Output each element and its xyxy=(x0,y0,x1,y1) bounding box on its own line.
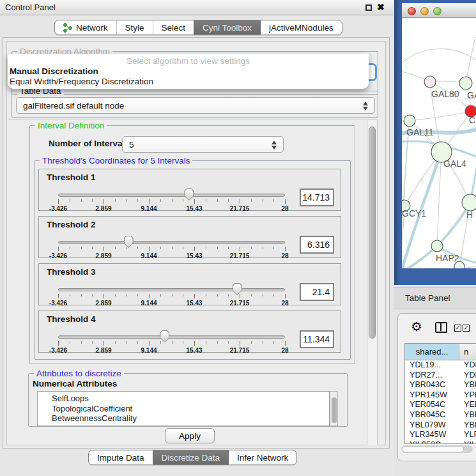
close-traffic-light-icon[interactable] xyxy=(408,7,416,15)
cell-shared-name[interactable]: YBR045C xyxy=(405,410,459,420)
slider-track[interactable] xyxy=(58,241,285,244)
close-icon[interactable]: ✖ xyxy=(377,2,385,12)
threshold-value-field[interactable]: 21.4 xyxy=(300,283,334,301)
num-intervals-combo[interactable]: 5 xyxy=(122,136,284,153)
tab-select[interactable]: Select xyxy=(153,20,194,35)
cell-name[interactable]: YPR1 xyxy=(459,390,476,401)
content-scrollbar-thumb[interactable] xyxy=(369,127,376,339)
network-window-titlebar[interactable] xyxy=(402,3,476,18)
table-horizontal-scrollbar[interactable] xyxy=(401,445,473,453)
network-node-h[interactable] xyxy=(462,194,476,211)
network-node-gal80[interactable] xyxy=(424,76,436,88)
numerical-attributes-header: Numerical Attributes xyxy=(33,379,117,388)
slider-track[interactable] xyxy=(58,194,285,197)
apply-button[interactable]: Apply xyxy=(165,428,215,443)
popup-option-manual-discretization[interactable]: Manual Discretization xyxy=(10,66,98,76)
slider-thumb[interactable] xyxy=(124,236,134,248)
threshold-value-field[interactable]: 14.713 xyxy=(300,188,334,206)
thresholds-group: Threshold's Coordinates for 5 Intervals … xyxy=(34,160,351,360)
table-row[interactable]: YDL19...YDL1 xyxy=(405,360,476,371)
gear-icon[interactable]: ⚙ xyxy=(411,319,422,334)
tab-jactivemnodules[interactable]: jActiveMNodules xyxy=(260,20,342,35)
cell-name[interactable]: YBL0 xyxy=(459,420,476,431)
attribute-item[interactable]: BetweennessCentrality xyxy=(38,413,329,424)
threshold-slider[interactable]: -3.4262.8599.14415.4321.71528 xyxy=(58,191,285,210)
slider-tick xyxy=(273,247,274,249)
cell-shared-name[interactable]: YPR145W xyxy=(405,390,459,401)
cell-shared-name[interactable]: YDR27... xyxy=(405,371,459,381)
attributes-scrollbar-thumb[interactable] xyxy=(332,397,337,423)
tab-impute-data[interactable]: Impute Data xyxy=(89,450,153,464)
slider-tick xyxy=(172,247,173,249)
table-row[interactable]: YPR145WYPR1 xyxy=(405,390,476,401)
tab-infer-network[interactable]: Infer Network xyxy=(228,450,296,464)
cell-name[interactable]: YER0 xyxy=(459,400,476,410)
tab-style[interactable]: Style xyxy=(116,20,153,35)
threshold-value-field[interactable]: 6.316 xyxy=(300,236,334,254)
slider-tick xyxy=(149,294,150,298)
slider-tick-label: 28 xyxy=(281,300,288,307)
tab-label: Style xyxy=(125,23,144,33)
slider-thumb[interactable] xyxy=(233,283,242,295)
threshold-slider[interactable]: -3.4262.8599.14415.4321.71528 xyxy=(58,238,285,257)
tab-network[interactable]: Network xyxy=(55,20,116,35)
cell-shared-name[interactable]: YBR043C xyxy=(405,380,459,390)
network-node-hap2[interactable] xyxy=(431,240,443,252)
attribute-item[interactable]: TopologicalCoefficient xyxy=(38,404,329,414)
network-node[interactable] xyxy=(454,261,464,268)
slider-tick xyxy=(58,294,59,298)
float-window-icon[interactable] xyxy=(365,4,372,11)
slider-thumb[interactable] xyxy=(160,330,169,342)
slider-track[interactable] xyxy=(58,335,285,339)
cell-name[interactable]: YIL0 xyxy=(459,440,476,444)
table-body[interactable]: YDL19...YDL1YDR27...YDR2YBR043CYBR0YPR14… xyxy=(405,360,476,444)
column-view-icon[interactable] xyxy=(435,322,447,333)
select-all-columns-icon[interactable]: ✓ xyxy=(463,325,470,332)
slider-tick-label: 21.715 xyxy=(230,252,250,259)
cell-name[interactable]: YDL1 xyxy=(459,360,476,371)
zoom-traffic-light-icon[interactable] xyxy=(433,7,441,15)
cell-shared-name[interactable]: YIL052C xyxy=(405,440,459,444)
cell-name[interactable]: YDR2 xyxy=(459,371,476,381)
attributes-scrollbar[interactable] xyxy=(330,391,338,426)
network-view-canvas[interactable]: GAL80GACGAL11GAL4GCY1HHAP2 xyxy=(402,18,476,268)
network-node-gal11[interactable] xyxy=(404,115,415,127)
attribute-item[interactable]: SelfLoops xyxy=(38,392,329,404)
table-horizontal-scrollbar-thumb[interactable] xyxy=(402,446,464,452)
table-row[interactable]: YBR045CYBR0 xyxy=(405,410,476,420)
slider-tick-label: 2.859 xyxy=(95,347,111,354)
slider-tick xyxy=(70,247,70,249)
threshold-slider[interactable]: -3.4262.8599.14415.4321.71528 xyxy=(58,333,285,352)
minimize-traffic-light-icon[interactable] xyxy=(420,7,429,15)
slider-thumb[interactable] xyxy=(184,188,194,201)
tab-cyni-toolbox[interactable]: Cyni Toolbox xyxy=(194,20,260,35)
network-node-ga[interactable] xyxy=(459,77,472,89)
column-header-shared-name[interactable]: shared... xyxy=(405,344,459,360)
table-row[interactable]: YDR27...YDR2 xyxy=(405,371,476,381)
cell-name[interactable]: YLR3 xyxy=(459,430,476,440)
cell-shared-name[interactable]: YER054C xyxy=(405,400,459,410)
cell-shared-name[interactable]: YBL079W xyxy=(405,420,459,431)
cell-name[interactable]: YBR0 xyxy=(459,410,476,420)
table-row[interactable]: YER054CYER0 xyxy=(405,400,476,410)
tab-discretize-data[interactable]: Discretize Data xyxy=(153,450,229,464)
cell-name[interactable]: YBR0 xyxy=(459,380,476,390)
content-scrollbar[interactable] xyxy=(367,120,378,445)
table-row[interactable]: YLR345WYLR3 xyxy=(405,430,476,440)
popup-option-equal-width[interactable]: Equal Width/Frequency Discretization xyxy=(10,77,153,86)
column-header-name[interactable]: n xyxy=(459,344,476,360)
node-attribute-table[interactable]: shared... n YDL19...YDL1YDR27...YDR2YBR0… xyxy=(404,343,476,444)
numerical-attributes-list[interactable]: SelfLoopsTopologicalCoefficientBetweenne… xyxy=(37,391,330,426)
threshold-slider[interactable]: -3.4262.8599.14415.4321.71528 xyxy=(58,286,285,305)
cell-shared-name[interactable]: YLR345W xyxy=(405,430,459,440)
table-row[interactable]: YBR043CYBR0 xyxy=(405,380,476,390)
table-row[interactable]: YIL052CYIL0 xyxy=(405,440,476,444)
slider-track[interactable] xyxy=(58,288,285,291)
cell-shared-name[interactable]: YDL19... xyxy=(405,360,459,371)
table-data-combo[interactable]: galFiltered.sif default node xyxy=(16,97,375,114)
table-row[interactable]: YBL079WYBL0 xyxy=(405,420,476,431)
select-columns-icon[interactable]: ✓ xyxy=(454,325,461,332)
threshold-label: Threshold 3 xyxy=(47,267,96,277)
slider-tick xyxy=(92,294,93,296)
threshold-value-field[interactable]: 11.344 xyxy=(300,330,334,348)
